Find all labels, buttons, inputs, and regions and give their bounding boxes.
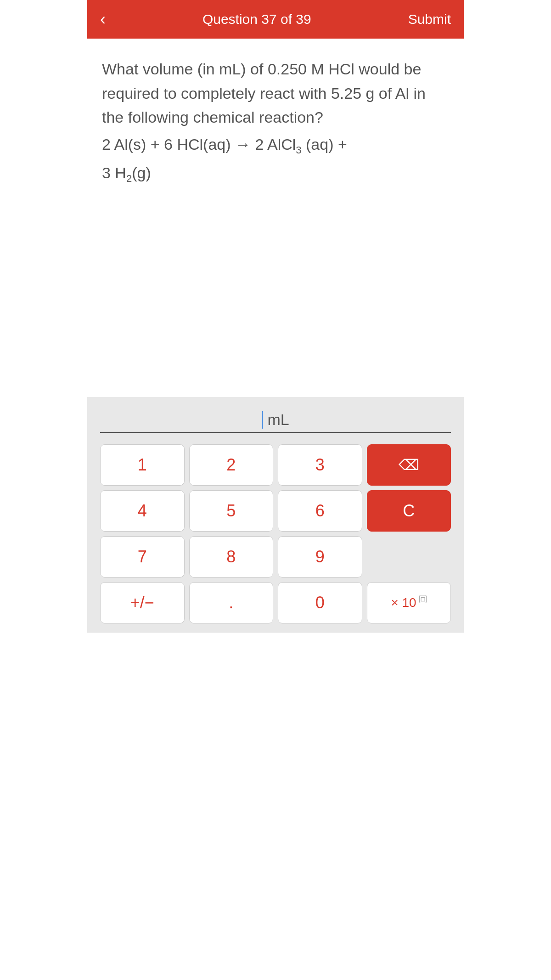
- key-9[interactable]: 9: [278, 536, 362, 578]
- x10-button[interactable]: × 10 □: [367, 582, 451, 623]
- question-progress: Question 37 of 39: [106, 11, 408, 27]
- answer-input-row[interactable]: mL: [100, 411, 451, 433]
- key-1[interactable]: 1: [100, 444, 185, 486]
- key-5[interactable]: 5: [189, 490, 274, 532]
- key-2[interactable]: 2: [189, 444, 274, 486]
- backspace-button[interactable]: ⌫: [367, 444, 451, 486]
- input-section: mL 1 2 3 ⌫ 4 5 6 C 7 8 9 +/− . 0 × 10 □: [87, 397, 464, 633]
- text-cursor: [262, 411, 263, 429]
- backspace-icon: ⌫: [399, 456, 419, 474]
- key-7[interactable]: 7: [100, 536, 185, 578]
- back-button[interactable]: ‹: [100, 11, 106, 28]
- x10-label: × 10: [391, 595, 416, 610]
- key-4[interactable]: 4: [100, 490, 185, 532]
- key-decimal[interactable]: .: [189, 582, 274, 623]
- clear-label: C: [403, 501, 415, 521]
- unit-label: mL: [267, 411, 289, 429]
- key-plus-minus[interactable]: +/−: [100, 582, 185, 623]
- exponent-box: □: [419, 595, 427, 603]
- keypad: 1 2 3 ⌫ 4 5 6 C 7 8 9 +/− . 0 × 10 □: [100, 444, 451, 623]
- key-8[interactable]: 8: [189, 536, 274, 578]
- key-3[interactable]: 3: [278, 444, 362, 486]
- header: ‹ Question 37 of 39 Submit: [87, 0, 464, 39]
- key-6[interactable]: 6: [278, 490, 362, 532]
- question-text: What volume (in mL) of 0.250 M HCl would…: [102, 57, 449, 187]
- submit-button[interactable]: Submit: [408, 11, 451, 27]
- equation-line1: 2 Al(s) + 6 HCl(aq) → 2 AlCl3 (aq) +: [102, 132, 449, 158]
- equation-line2: 3 H2(g): [102, 161, 449, 187]
- key-0[interactable]: 0: [278, 582, 362, 623]
- clear-button[interactable]: C: [367, 490, 451, 532]
- question-area: What volume (in mL) of 0.250 M HCl would…: [87, 39, 464, 397]
